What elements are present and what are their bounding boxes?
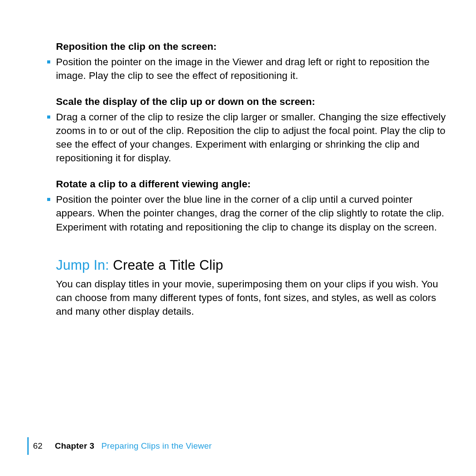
section-heading-rotate: Rotate a clip to a different viewing ang… [46, 177, 446, 191]
page: Reposition the clip on the screen: Posit… [0, 0, 476, 476]
intro-paragraph: You can display titles in your movie, su… [46, 277, 446, 318]
bullet-scale: Drag a corner of the clip to resize the … [46, 110, 446, 165]
chapter-title: Preparing Clips in the Viewer [101, 441, 212, 451]
section-title: Jump In: Create a Title Clip [56, 257, 446, 274]
bullet-reposition: Position the pointer on the image in the… [46, 55, 446, 82]
content-area: Reposition the clip on the screen: Posit… [46, 40, 446, 318]
section-heading-scale: Scale the display of the clip up or down… [46, 95, 446, 108]
title-text: Create a Title Clip [113, 257, 223, 273]
section-heading-reposition: Reposition the clip on the screen: [46, 40, 446, 53]
page-number: 62 [33, 441, 43, 451]
page-footer: 62 Chapter 3 Preparing Clips in the View… [27, 437, 212, 455]
bullet-rotate: Position the pointer over the blue line … [46, 193, 446, 234]
title-prefix: Jump In: [56, 257, 113, 273]
chapter-label: Chapter 3 [55, 441, 94, 451]
